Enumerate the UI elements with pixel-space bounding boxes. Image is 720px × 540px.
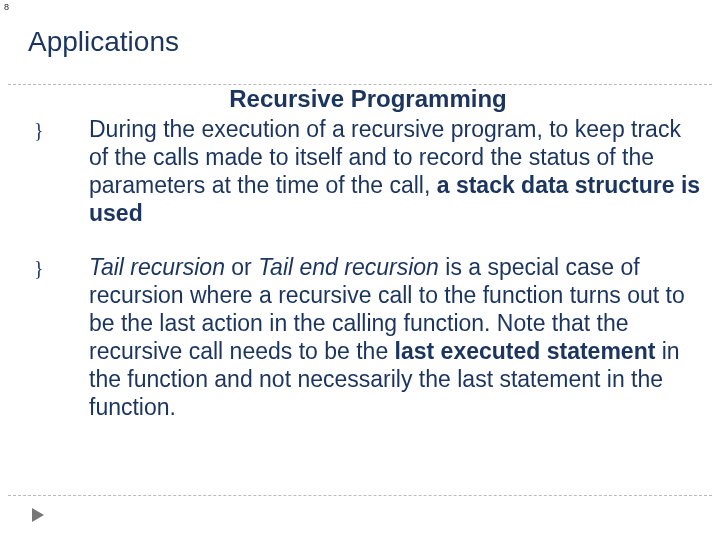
subtitle: Recursive Programming [34,85,702,113]
page-title: Applications [28,26,179,58]
bullet-icon: } [34,115,89,227]
paragraph-1-text: During the execution of a recursive prog… [89,115,702,227]
arrow-right-icon [32,508,44,522]
content-area: Recursive Programming } During the execu… [34,85,702,447]
para2-mid1: or [225,254,258,280]
bullet-icon: } [34,253,89,421]
page-number: 8 [4,2,9,12]
bottom-divider [8,495,712,496]
para2-bold: last executed statement [395,338,662,364]
para2-em1: Tail recursion [89,254,225,280]
paragraph-2: } Tail recursion or Tail end recursion i… [34,253,702,421]
para2-em2: Tail end recursion [258,254,439,280]
paragraph-1: } During the execution of a recursive pr… [34,115,702,227]
paragraph-2-text: Tail recursion or Tail end recursion is … [89,253,702,421]
